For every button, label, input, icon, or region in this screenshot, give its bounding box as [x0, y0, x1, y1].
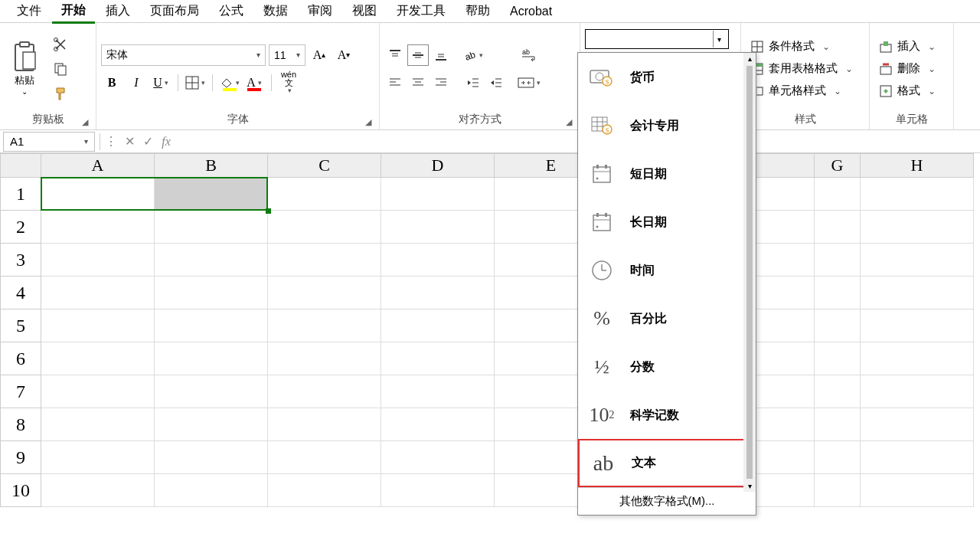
format-painter-button[interactable] [51, 83, 70, 103]
menu-developer[interactable]: 开发工具 [387, 0, 455, 22]
cell[interactable] [155, 408, 268, 441]
menu-review[interactable]: 审阅 [299, 0, 341, 22]
cell[interactable] [41, 277, 155, 309]
format-text[interactable]: ab 文本 [578, 439, 756, 487]
cell[interactable] [41, 441, 155, 474]
format-fraction[interactable]: ½ 分数 [578, 342, 756, 391]
cell[interactable] [381, 408, 495, 441]
cell-styles-button[interactable]: 单元格样式 [746, 82, 858, 100]
row-header[interactable]: 3 [0, 244, 41, 277]
cell[interactable] [268, 178, 381, 211]
cells-area[interactable]: // placeholder; actual cells drawn below… [41, 178, 974, 507]
menu-page-layout[interactable]: 页面布局 [141, 0, 208, 22]
cell[interactable] [268, 441, 381, 474]
cell[interactable] [155, 309, 268, 342]
cell[interactable] [268, 474, 381, 507]
cell[interactable] [268, 211, 381, 244]
clipboard-launcher[interactable]: ◢ [82, 117, 93, 128]
cell[interactable] [381, 211, 495, 244]
cell[interactable] [268, 408, 381, 441]
paste-button[interactable]: 粘贴 ⌄ [5, 40, 44, 97]
orientation-button[interactable]: ab [462, 44, 484, 66]
font-size-combo[interactable]: 11▾ [269, 44, 305, 66]
align-bottom-button[interactable] [430, 44, 452, 66]
cell[interactable] [268, 309, 381, 342]
cell[interactable] [41, 342, 155, 375]
align-left-button[interactable] [384, 72, 406, 93]
column-header[interactable]: G [815, 153, 861, 178]
italic-button[interactable]: I [126, 72, 147, 93]
format-short-date[interactable]: 短日期 [578, 149, 756, 198]
row-header[interactable]: 7 [0, 375, 41, 408]
delete-cells-button[interactable]: 删除 [874, 60, 940, 77]
row-header[interactable]: 10 [0, 474, 41, 507]
wrap-text-button[interactable]: ab [518, 44, 541, 66]
cell[interactable] [381, 244, 495, 277]
number-format-combo[interactable]: ▾ [585, 29, 729, 49]
row-header[interactable]: 9 [0, 441, 41, 474]
cell[interactable] [861, 441, 974, 474]
format-long-date[interactable]: 长日期 [578, 198, 756, 246]
decrease-font-button[interactable]: A▾ [333, 44, 354, 66]
align-center-button[interactable] [407, 72, 429, 93]
cell[interactable] [815, 244, 861, 277]
cell[interactable] [155, 375, 268, 408]
fill-color-button[interactable] [219, 72, 240, 93]
column-header[interactable]: D [381, 153, 495, 178]
cancel-formula-button[interactable]: ✕ [120, 133, 139, 151]
align-middle-button[interactable] [407, 44, 429, 66]
menu-home[interactable]: 开始 [52, 0, 95, 24]
row-header[interactable]: 6 [0, 342, 41, 375]
format-time[interactable]: 时间 [578, 246, 756, 294]
cell[interactable] [381, 342, 495, 375]
row-header[interactable]: 8 [0, 408, 41, 441]
cell[interactable] [861, 211, 974, 244]
menu-acrobat[interactable]: Acrobat [501, 2, 561, 21]
cell[interactable] [815, 474, 861, 507]
cell[interactable] [41, 474, 155, 507]
cell[interactable] [861, 342, 974, 375]
borders-button[interactable] [185, 72, 206, 93]
menu-insert[interactable]: 插入 [96, 0, 139, 22]
align-right-button[interactable] [430, 72, 452, 93]
alignment-launcher[interactable]: ◢ [566, 117, 577, 128]
row-header[interactable]: 5 [0, 309, 41, 342]
cell[interactable] [381, 277, 495, 309]
cell[interactable] [41, 309, 155, 342]
cell[interactable] [41, 211, 155, 244]
name-box[interactable]: A1▾ [3, 132, 95, 152]
fx-button[interactable]: fx [157, 133, 175, 151]
phonetic-button[interactable]: wén文 [278, 72, 299, 93]
merge-button[interactable] [518, 72, 541, 93]
cell[interactable] [381, 178, 495, 211]
select-all-corner[interactable] [0, 153, 41, 178]
cell[interactable] [861, 244, 974, 277]
formula-menu-button[interactable]: ⋮ [102, 133, 120, 151]
format-as-table-button[interactable]: 套用表格格式 [746, 60, 858, 77]
format-currency[interactable]: $ 货币 [578, 53, 756, 101]
format-cells-button[interactable]: 格式 [874, 82, 940, 100]
cell[interactable] [815, 342, 861, 375]
dropdown-scrollbar[interactable]: ▴ ▾ [743, 53, 756, 492]
cell[interactable] [41, 408, 155, 441]
menu-file[interactable]: 文件 [8, 0, 51, 22]
menu-help[interactable]: 帮助 [456, 0, 499, 22]
cell[interactable] [268, 375, 381, 408]
cell[interactable] [155, 244, 268, 277]
menu-formulas[interactable]: 公式 [210, 0, 253, 22]
font-color-button[interactable]: A [243, 72, 265, 93]
column-header[interactable]: H [861, 153, 974, 178]
cell[interactable] [155, 211, 268, 244]
cell[interactable] [815, 441, 861, 474]
insert-cells-button[interactable]: 插入 [874, 38, 940, 55]
cell[interactable] [268, 277, 381, 309]
row-header[interactable]: 1 [0, 178, 41, 211]
copy-button[interactable] [51, 59, 70, 79]
cut-button[interactable] [51, 34, 70, 54]
conditional-formatting-button[interactable]: 条件格式 [746, 38, 858, 55]
column-header[interactable]: C [268, 153, 381, 178]
increase-indent-button[interactable] [485, 72, 507, 93]
underline-button[interactable]: U [150, 72, 172, 93]
cell[interactable] [381, 375, 495, 408]
font-name-combo[interactable]: 宋体▾ [101, 44, 266, 66]
